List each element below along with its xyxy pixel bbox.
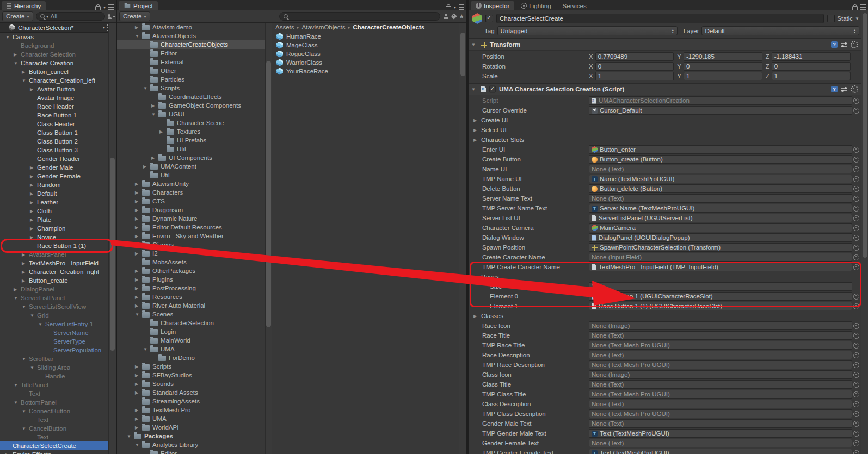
foldout-closed-icon[interactable]: ▶ (22, 270, 29, 275)
hierarchy-scrollbar[interactable] (108, 23, 116, 454)
project-tree-row[interactable]: ▶Resources (117, 293, 265, 301)
foldout-closed-icon[interactable]: ▶ (30, 217, 37, 222)
project-tree-row[interactable]: CharacterSelection (117, 319, 265, 327)
hierarchy-row[interactable]: Race Button 1 (1) (0, 241, 109, 250)
hierarchy-row[interactable]: ▼BottomPanel (0, 398, 109, 407)
foldout-open-icon[interactable]: ▼ (14, 296, 21, 301)
project-tree-row[interactable]: ▶CTS (117, 197, 265, 206)
foldout-closed-icon[interactable]: ▶ (135, 373, 142, 378)
inspector-foldout-classes[interactable]: ▶Classes (469, 311, 861, 321)
gear-icon[interactable] (851, 41, 858, 48)
scale-x-field[interactable]: 1 (595, 72, 674, 80)
hierarchy-row[interactable]: Race Header (0, 102, 109, 111)
component-enabled-checkbox[interactable] (489, 86, 496, 93)
panel-divider[interactable] (466, 0, 469, 454)
object-picker-icon[interactable] (852, 372, 860, 378)
object-reference-field[interactable]: UMACharacterSelectionCreation (589, 96, 852, 105)
foldout-closed-icon[interactable]: ▶ (30, 235, 37, 240)
project-tree-row[interactable]: Character Scene (117, 119, 265, 127)
project-tree-row[interactable]: ▶Editor Default Resources (117, 223, 265, 232)
hierarchy-row[interactable]: Gender Header (0, 154, 109, 163)
hierarchy-row[interactable]: ▶Character Selection (0, 50, 109, 59)
project-tree-row[interactable]: MainWorld (117, 336, 265, 345)
asset-pane-scrollbar-thumb[interactable] (460, 33, 465, 76)
object-picker-icon[interactable] (852, 431, 860, 437)
foldout-open-icon[interactable]: ▼ (14, 400, 21, 405)
project-tree-scrollbar-thumb[interactable] (266, 61, 271, 327)
scale-z-field[interactable]: 1 (772, 72, 851, 80)
scale-y-field[interactable]: 1 (684, 72, 762, 80)
foldout-open-icon[interactable]: ▼ (30, 313, 37, 318)
object-picker-icon[interactable] (852, 215, 860, 221)
project-tree-row[interactable]: StreamingAssets (117, 397, 265, 406)
hierarchy-row[interactable]: Class Header (0, 120, 109, 128)
project-tree-row[interactable]: Login (117, 327, 265, 336)
object-picker-icon[interactable] (852, 225, 860, 231)
project-tree-row[interactable]: ▼Analytics Library (117, 440, 265, 449)
project-tree-row[interactable]: Util (117, 171, 265, 179)
foldout-closed-icon[interactable]: ▶ (135, 182, 142, 186)
object-reference-field[interactable]: Button_create (Button) (589, 155, 852, 164)
hierarchy-row[interactable]: ▼ServerListPanel (0, 294, 109, 302)
foldout-closed-icon[interactable]: ▶ (30, 191, 37, 196)
asset-pane-scrollbar[interactable] (459, 23, 466, 454)
foldout-closed-icon[interactable]: ▶ (22, 261, 29, 266)
foldout-closed-icon[interactable]: ▶ (135, 216, 142, 221)
object-picker-icon[interactable] (852, 166, 860, 172)
foldout-closed-icon[interactable]: ▶ (473, 138, 480, 142)
asset-item[interactable]: WarriorClass (271, 58, 459, 67)
lock-icon[interactable] (95, 6, 101, 10)
hierarchy-row[interactable]: ▶Enviro Effects (0, 450, 109, 454)
hierarchy-row[interactable]: ▶Avatar Button (0, 85, 109, 94)
hierarchy-row[interactable]: ▶Plate (0, 215, 109, 224)
foldout-open-icon[interactable]: ▼ (143, 347, 150, 352)
object-reference-field[interactable]: Race Button 1 (UGUICharacterRaceSlot) (589, 292, 852, 301)
panel-menu-icon[interactable] (108, 4, 114, 10)
chevron-down-icon[interactable]: ▾ (454, 5, 456, 10)
foldout-closed-icon[interactable]: ▶ (135, 408, 142, 413)
hierarchy-scrollbar-thumb[interactable] (110, 158, 115, 351)
rotation-x-field[interactable]: 0 (595, 62, 674, 71)
project-tree-row[interactable]: ▶Enviro - Sky and Weather (117, 232, 265, 240)
foldout-closed-icon[interactable]: ▶ (22, 252, 29, 257)
hierarchy-row[interactable]: Text (0, 415, 109, 424)
tab-services[interactable]: Services (558, 1, 592, 10)
gear-icon[interactable] (851, 85, 858, 93)
foldout-closed-icon[interactable]: ▶ (473, 128, 480, 133)
object-reference-field[interactable]: None (Text) (589, 165, 852, 173)
hierarchy-row[interactable]: Class Button 2 (0, 137, 109, 146)
object-reference-field[interactable]: None (Text Mesh Pro UGUI) (589, 341, 852, 350)
object-picker-icon[interactable] (852, 382, 860, 388)
help-icon[interactable] (831, 41, 838, 48)
object-reference-field[interactable]: SpawnPointCharacterSelection (Transform) (589, 243, 852, 252)
project-tree-row[interactable]: ▼AtavismObjects (117, 32, 265, 40)
object-reference-field[interactable]: None (Text) (589, 400, 852, 408)
foldout-closed-icon[interactable]: ▶ (30, 200, 37, 205)
object-picker-icon[interactable] (852, 108, 860, 114)
hierarchy-row[interactable]: ▼Canvas (0, 33, 109, 41)
project-tree-scrollbar[interactable] (265, 23, 272, 454)
project-tree-row[interactable]: ▶SFBayStudios (117, 371, 265, 380)
object-reference-field[interactable]: None (Text Mesh Pro UGUI) (589, 360, 852, 369)
object-reference-field[interactable]: Button_delete (Button) (589, 184, 852, 193)
foldout-closed-icon[interactable]: ▶ (14, 287, 21, 292)
object-picker-icon[interactable] (852, 411, 860, 417)
panel-menu-icon[interactable] (459, 4, 464, 10)
project-tree-row[interactable]: ▶Sounds (117, 380, 265, 388)
hierarchy-row[interactable]: ▼Character_Creation_left (0, 76, 109, 85)
search-by-label-icon[interactable] (451, 13, 457, 19)
position-x-field[interactable]: 0.7709489 (595, 52, 674, 61)
lock-icon[interactable] (446, 6, 451, 10)
inspector-foldout-create-ui[interactable]: ▶Create UI (469, 115, 861, 125)
asset-item[interactable]: MageClass (271, 41, 459, 49)
foldout-closed-icon[interactable]: ▶ (135, 425, 142, 430)
project-tree-row[interactable]: Editor (117, 49, 265, 58)
static-checkbox[interactable] (827, 15, 835, 22)
hierarchy-row[interactable]: Background (0, 41, 109, 50)
hierarchy-row[interactable]: Class Button 1 (0, 128, 109, 137)
object-reference-field[interactable]: Text (TextMeshProUGUI) (589, 449, 852, 454)
object-reference-field[interactable]: None (Text) (589, 194, 852, 203)
gameobject-name-field[interactable]: CharacterSelectCreate (496, 14, 824, 23)
object-reference-field[interactable]: None (Text) (589, 380, 852, 389)
project-tree-row[interactable]: External (117, 58, 265, 66)
